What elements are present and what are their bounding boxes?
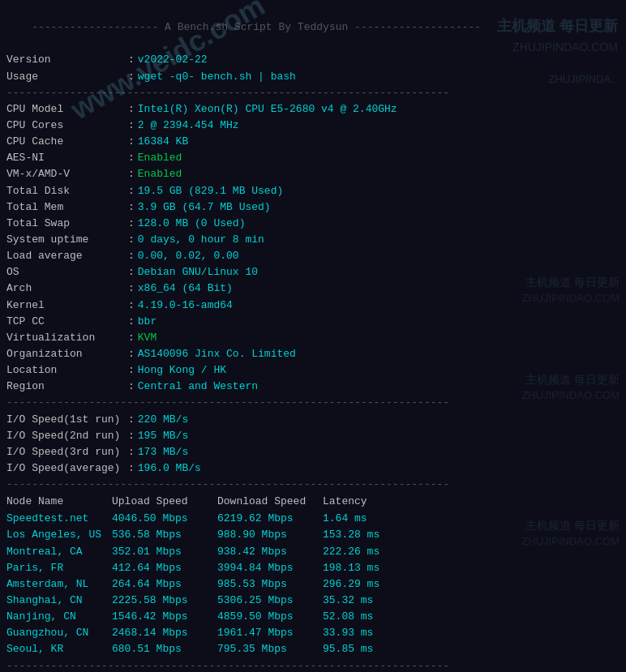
node-latency: 35.32 ms	[323, 593, 404, 609]
table-row: Montreal, CA352.01 Mbps938.42 Mbps222.26…	[6, 544, 620, 560]
cpu-cores-label: CPU Cores	[6, 118, 128, 134]
io-3rd-value: 173 MB/s	[138, 444, 188, 460]
arch-row: Arch : x86_64 (64 Bit)	[6, 280, 620, 297]
node-upload: 1546.42 Mbps	[112, 609, 217, 625]
total-mem-value: 3.9 GB (64.7 MB Used)	[138, 199, 271, 216]
vm-amd-sep: :	[128, 166, 135, 182]
node-latency: 198.13 ms	[323, 560, 404, 576]
vm-amd-label: VM-x/AMD-V	[6, 166, 128, 182]
io-2nd-sep: :	[128, 428, 135, 444]
io-1st-value: 220 MB/s	[138, 412, 188, 428]
version-label: Version	[6, 52, 128, 68]
header-line: -------------------- A Bench.sh Script B…	[6, 3, 620, 52]
kernel-value: 4.19.0-16-amd64	[138, 297, 233, 314]
sys-uptime-label: System uptime	[6, 232, 128, 248]
node-upload: 412.64 Mbps	[112, 560, 217, 576]
cpu-cores-sep: :	[128, 118, 135, 134]
tcp-cc-sep: :	[128, 314, 135, 330]
usage-value: wget -q0- bench.sh | bash	[138, 69, 296, 85]
tcp-cc-value: bbr	[138, 314, 156, 330]
org-sep: :	[128, 346, 135, 362]
virt-row: Virtualization : KVM	[6, 330, 620, 346]
node-download: 3994.84 Mbps	[217, 560, 323, 576]
io-avg-row: I/O Speed(average) : 196.0 MB/s	[6, 460, 620, 477]
total-disk-sep: :	[128, 183, 135, 199]
os-row: OS : Debian GNU/Linux 10	[6, 264, 620, 280]
sys-uptime-row: System uptime : 0 days, 0 hour 8 min	[6, 232, 620, 248]
node-download: 795.35 Mbps	[217, 641, 323, 657]
node-name: Shanghai, CN	[6, 593, 112, 609]
tcp-cc-label: TCP CC	[6, 314, 128, 330]
usage-row: Usage : wget -q0- bench.sh | bash	[6, 69, 620, 85]
org-row: Organization : AS140096 Jinx Co. Limited	[6, 346, 620, 362]
total-mem-sep: :	[128, 199, 135, 216]
aes-ni-value: Enabled	[138, 150, 182, 166]
sys-uptime-sep: :	[128, 232, 135, 248]
table-header: Node Name Upload Speed Download Speed La…	[6, 493, 620, 511]
os-sep: :	[128, 264, 135, 280]
table-col-latency: Latency	[323, 493, 404, 511]
io-3rd-label: I/O Speed(3rd run)	[6, 444, 128, 460]
kernel-sep: :	[128, 297, 135, 314]
cpu-model-label: CPU Model	[6, 101, 128, 118]
io-2nd-value: 195 MB/s	[138, 428, 188, 444]
cpu-cores-row: CPU Cores : 2 @ 2394.454 MHz	[6, 118, 620, 134]
virt-value: KVM	[138, 330, 156, 346]
header-separator: -------------------- A Bench.sh Script B…	[32, 21, 481, 33]
location-sep: :	[128, 362, 135, 379]
os-value: Debian GNU/Linux 10	[138, 264, 258, 280]
usage-label: Usage	[6, 69, 128, 85]
sep-3: ----------------------------------------…	[6, 477, 620, 493]
node-upload: 264.64 Mbps	[112, 576, 217, 593]
region-row: Region : Central and Western	[6, 379, 620, 395]
load-avg-label: Load average	[6, 248, 128, 264]
table-row: Guangzhou, CN2468.14 Mbps1961.47 Mbps33.…	[6, 625, 620, 641]
version-row: Version : v2022-02-22	[6, 52, 620, 68]
io-3rd-row: I/O Speed(3rd run) : 173 MB/s	[6, 444, 620, 460]
node-name: Paris, FR	[6, 560, 112, 576]
total-disk-row: Total Disk : 19.5 GB (829.1 MB Used)	[6, 183, 620, 199]
org-value: AS140096 Jinx Co. Limited	[138, 346, 296, 362]
aes-ni-row: AES-NI : Enabled	[6, 150, 620, 166]
node-upload: 2225.58 Mbps	[112, 593, 217, 609]
io-1st-row: I/O Speed(1st run) : 220 MB/s	[6, 412, 620, 428]
node-name: Nanjing, CN	[6, 609, 112, 625]
tcp-cc-row: TCP CC : bbr	[6, 314, 620, 330]
virt-label: Virtualization	[6, 330, 128, 346]
node-name: Amsterdam, NL	[6, 576, 112, 593]
table-body: Speedtest.net4046.50 Mbps6219.62 Mbps1.6…	[6, 511, 620, 657]
region-sep: :	[128, 379, 135, 395]
arch-value: x86_64 (64 Bit)	[138, 280, 233, 297]
node-upload: 536.58 Mbps	[112, 527, 217, 543]
io-avg-label: I/O Speed(average)	[6, 460, 128, 477]
total-mem-row: Total Mem : 3.9 GB (64.7 MB Used)	[6, 199, 620, 216]
cpu-model-row: CPU Model : Intel(R) Xeon(R) CPU E5-2680…	[6, 101, 620, 118]
virt-sep: :	[128, 330, 135, 346]
table-col-download: Download Speed	[217, 493, 323, 511]
io-2nd-label: I/O Speed(2nd run)	[6, 428, 128, 444]
arch-sep: :	[128, 280, 135, 297]
node-latency: 296.29 ms	[323, 576, 404, 593]
total-disk-value: 19.5 GB (829.1 MB Used)	[138, 183, 283, 199]
cpu-cache-label: CPU Cache	[6, 134, 128, 150]
kernel-row: Kernel : 4.19.0-16-amd64	[6, 297, 620, 314]
cpu-cache-value: 16384 KB	[138, 134, 188, 150]
total-swap-row: Total Swap : 128.0 MB (0 Used)	[6, 216, 620, 232]
table-row: Los Angeles, US536.58 Mbps988.90 Mbps153…	[6, 527, 620, 543]
node-download: 6219.62 Mbps	[217, 511, 323, 527]
sep-1: ----------------------------------------…	[6, 85, 620, 101]
cpu-cache-row: CPU Cache : 16384 KB	[6, 134, 620, 150]
sep-4: ----------------------------------------…	[6, 658, 620, 672]
io-2nd-row: I/O Speed(2nd run) : 195 MB/s	[6, 428, 620, 444]
region-value: Central and Western	[138, 379, 258, 395]
location-label: Location	[6, 362, 128, 379]
total-swap-sep: :	[128, 216, 135, 232]
usage-sep: :	[128, 69, 135, 85]
table-row: Amsterdam, NL264.64 Mbps985.53 Mbps296.2…	[6, 576, 620, 593]
location-value: Hong Kong / HK	[138, 362, 226, 379]
vm-amd-row: VM-x/AMD-V : Enabled	[6, 166, 620, 182]
io-1st-sep: :	[128, 412, 135, 428]
version-sep: :	[128, 52, 135, 68]
node-download: 4859.50 Mbps	[217, 609, 323, 625]
table-row: Nanjing, CN1546.42 Mbps4859.50 Mbps52.08…	[6, 609, 620, 625]
